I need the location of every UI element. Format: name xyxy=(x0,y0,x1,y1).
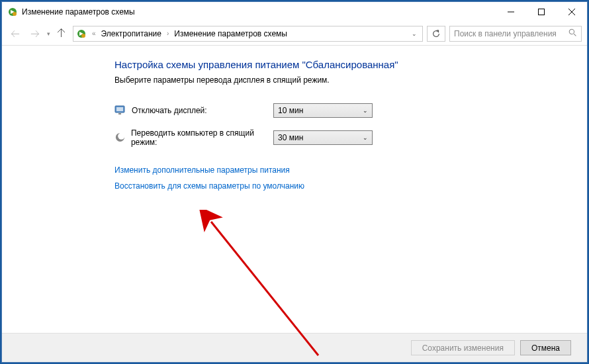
titlebar: Изменение параметров схемы xyxy=(2,2,587,22)
monitor-icon xyxy=(114,105,126,116)
close-button[interactable] xyxy=(557,2,587,22)
svg-rect-3 xyxy=(539,9,545,15)
links-section: Изменить дополнительные параметры питани… xyxy=(114,165,561,197)
chevron-down-icon: ⌄ xyxy=(363,134,368,141)
maximize-button[interactable] xyxy=(526,2,557,22)
history-dropdown-icon[interactable]: ▾ xyxy=(47,30,50,37)
svg-point-8 xyxy=(569,29,574,34)
display-off-value: 10 мин xyxy=(278,106,303,115)
moon-icon xyxy=(114,132,126,144)
sleep-label: Переводить компьютер в спящий режим: xyxy=(131,128,273,147)
cancel-button[interactable]: Отмена xyxy=(520,340,571,355)
display-off-row: Отключать дисплей: 10 мин ⌄ xyxy=(114,103,561,118)
svg-line-9 xyxy=(574,34,576,36)
minimize-button[interactable] xyxy=(496,2,526,22)
search-icon xyxy=(568,28,577,39)
sleep-select[interactable]: 30 мин ⌄ xyxy=(273,130,373,145)
back-button[interactable]: 🡠 xyxy=(7,26,23,42)
page-subtitle: Выберите параметры перевода дисплея в сп… xyxy=(114,75,561,85)
svg-point-14 xyxy=(118,132,124,139)
svg-rect-11 xyxy=(116,107,123,111)
search-input[interactable]: Поиск в панели управления xyxy=(449,26,582,42)
breadcrumb-root[interactable]: Электропитание xyxy=(101,29,161,38)
save-button: Сохранить изменения xyxy=(411,340,515,355)
sleep-value: 30 мин xyxy=(278,133,303,142)
advanced-settings-link[interactable]: Изменить дополнительные параметры питани… xyxy=(114,165,290,175)
power-options-icon xyxy=(76,28,87,39)
power-options-icon xyxy=(7,7,18,17)
display-off-select[interactable]: 10 мин ⌄ xyxy=(273,103,373,118)
control-panel-window: Изменение параметров схемы 🡠 🡢 ▾ 🡡 « Эле… xyxy=(1,1,588,363)
refresh-button[interactable] xyxy=(427,26,445,42)
svg-point-1 xyxy=(13,12,17,16)
footer-buttons: Сохранить изменения Отмена xyxy=(2,333,587,362)
chevron-right-icon: › xyxy=(164,30,171,37)
address-dropdown-icon[interactable]: ⌄ xyxy=(409,30,420,37)
navigation-toolbar: 🡠 🡢 ▾ 🡡 « Электропитание › Изменение пар… xyxy=(2,22,587,46)
display-off-label: Отключать дисплей: xyxy=(132,106,207,115)
restore-defaults-link[interactable]: Восстановить для схемы параметры по умол… xyxy=(114,181,304,191)
search-placeholder: Поиск в панели управления xyxy=(454,29,557,38)
content-area: Настройка схемы управления питанием "Сба… xyxy=(2,46,587,333)
svg-rect-12 xyxy=(118,113,121,114)
address-bar[interactable]: « Электропитание › Изменение параметров … xyxy=(73,26,423,42)
breadcrumb-current[interactable]: Изменение параметров схемы xyxy=(174,29,287,38)
chevron-left-icon: « xyxy=(89,30,99,37)
sleep-row: Переводить компьютер в спящий режим: 30 … xyxy=(114,128,561,147)
chevron-down-icon: ⌄ xyxy=(363,107,368,114)
window-title: Изменение параметров схемы xyxy=(22,7,496,17)
forward-button[interactable]: 🡢 xyxy=(27,26,43,42)
up-button[interactable]: 🡡 xyxy=(54,26,69,41)
svg-point-7 xyxy=(81,34,85,38)
page-title: Настройка схемы управления питанием "Сба… xyxy=(114,59,561,70)
